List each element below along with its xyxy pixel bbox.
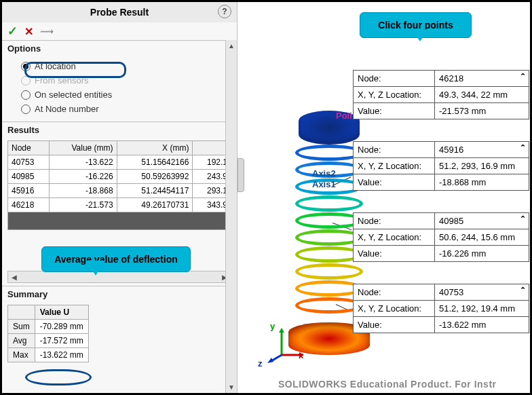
h-scrollbar[interactable]: ◀ ▶	[7, 271, 231, 283]
probe-annotation[interactable]: Node:46218 X, Y, Z Location:49.3, 344, 2…	[353, 70, 529, 119]
viewport[interactable]: Click four points Point1 Axis2 Axis1 y x…	[238, 2, 530, 393]
results-table[interactable]: Node Value (mm) X (mm) 40753-13.62251.15…	[7, 140, 231, 212]
collapse-icon[interactable]: ⌃	[520, 143, 526, 152]
results-header[interactable]: Results ⌃	[2, 122, 237, 138]
probe-panel: Probe Result ? ✓ ✕ ⟿ Options ⌃ At locati…	[2, 2, 238, 393]
table-row: 46218-21.57349.26170731343.9	[8, 198, 231, 212]
pin-icon[interactable]: ⟿	[40, 26, 54, 37]
summary-table[interactable]: Value U Sum-70.289 mm Avg-17.572 mm Max-…	[7, 305, 89, 362]
col-node[interactable]: Node	[8, 141, 50, 155]
label-axis1: Axis1	[312, 179, 336, 189]
sum-value: -70.289 mm	[35, 320, 88, 334]
action-row: ✓ ✕ ⟿	[2, 22, 237, 40]
probe-xyz: 51.2, 192, 19.4 mm	[435, 301, 529, 317]
annotation-selected-option	[24, 62, 126, 78]
annotation-avg-callout: Average value of deflection	[41, 246, 191, 272]
probe-node: 45916	[435, 142, 529, 158]
radio-at-node[interactable]: At Node number	[21, 102, 230, 116]
scroll-left-icon[interactable]: ◀	[8, 274, 20, 281]
radio-label-at-node: At Node number	[35, 104, 99, 114]
scroll-down-icon[interactable]: ▼	[226, 381, 237, 393]
summary-section: Summary ⌃ Value U Sum-70.289 mm Avg-17.5…	[2, 286, 237, 362]
col-value[interactable]: Value (mm)	[50, 141, 117, 155]
avg-value: -17.572 mm	[35, 334, 88, 348]
radio-label-on-selected: On selected entities	[35, 90, 112, 100]
probe-value: -18.868 mm	[435, 174, 529, 190]
help-icon[interactable]: ?	[218, 5, 231, 18]
probe-node: 40985	[435, 213, 529, 229]
panel-header: Probe Result ?	[2, 2, 237, 22]
probe-annotation[interactable]: Node:40985 X, Y, Z Location:50.6, 244, 1…	[353, 212, 529, 262]
table-empty-area	[7, 212, 231, 230]
probe-annotation[interactable]: Node:45916 X, Y, Z Location:51.2, 293, 1…	[353, 141, 529, 191]
probe-node: 46218	[435, 71, 529, 87]
coil	[295, 195, 363, 212]
options-section: Options ⌃ At location From sensors On se…	[2, 40, 237, 121]
options-header[interactable]: Options ⌃	[2, 41, 237, 56]
summary-header[interactable]: Summary ⌃	[2, 286, 237, 302]
axis-x-label: x	[299, 350, 303, 360]
radio-on-selected[interactable]: On selected entities	[21, 88, 230, 102]
panel-splitter[interactable]	[238, 158, 244, 192]
results-title: Results	[7, 125, 39, 135]
axis-z-label: z	[258, 358, 263, 369]
probe-value: -16.226 mm	[435, 246, 529, 261]
col-x[interactable]: X (mm)	[117, 141, 193, 155]
options-title: Options	[7, 43, 41, 54]
max-value: -13.622 mm	[35, 348, 88, 362]
collapse-icon[interactable]: ⌃	[520, 286, 526, 295]
probe-xyz: 50.6, 244, 15.6 mm	[435, 229, 529, 246]
cancel-icon[interactable]: ✕	[24, 25, 33, 38]
collapse-icon[interactable]: ⌃	[520, 214, 526, 223]
watermark: SOLIDWORKS Educational Product. For Inst…	[278, 379, 497, 390]
ok-icon[interactable]: ✓	[7, 24, 18, 39]
collapse-icon[interactable]: ⌃	[520, 72, 526, 81]
svg-marker-1	[279, 328, 284, 333]
probe-node: 40753	[435, 284, 529, 301]
label-axis2: Axis2	[312, 168, 336, 178]
coil	[295, 263, 363, 280]
axis-y-label: y	[270, 321, 275, 331]
svg-marker-5	[267, 358, 273, 363]
table-row: 40753-13.62251.15642166192.1	[8, 155, 231, 170]
table-row: 45916-18.86851.24454117293.1	[8, 184, 231, 198]
annotation-avg-circle	[25, 369, 92, 385]
v-scrollbar[interactable]: ▲ ▼	[225, 40, 237, 393]
scroll-up-icon[interactable]: ▲	[226, 40, 237, 52]
probe-xyz: 49.3, 344, 22 mm	[435, 87, 529, 103]
table-row: 40985-16.22650.59263992243.9	[8, 170, 231, 184]
annotation-click-callout: Click four points	[360, 12, 472, 38]
probe-value: -21.573 mm	[435, 103, 529, 119]
probe-value: -13.622 mm	[435, 317, 529, 333]
panel-title: Probe Result	[90, 7, 149, 18]
probe-xyz: 51.2, 293, 16.9 mm	[435, 158, 529, 174]
probe-annotation[interactable]: Node:40753 X, Y, Z Location:51.2, 192, 1…	[353, 284, 529, 333]
summary-col-value: Value U	[35, 305, 88, 320]
summary-title: Summary	[7, 289, 48, 299]
